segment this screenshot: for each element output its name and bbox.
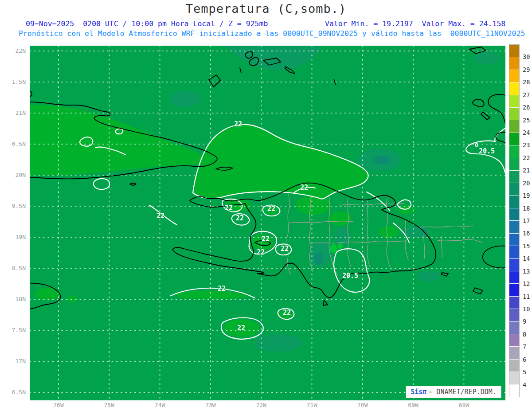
colorbar-tick-label: 29 — [523, 66, 530, 73]
lat-tick-label: 18N — [16, 296, 26, 302]
colorbar-block-5 — [509, 108, 519, 120]
colorbar-tick-label: 28 — [523, 78, 530, 86]
longitude-axis: 76W75W74W73W72W71W70W69W68W — [30, 402, 505, 411]
colorbar-block-12 — [509, 196, 519, 208]
page-title: Temperatura (C,somb.) — [0, 2, 532, 16]
pi-icon: π — [422, 388, 426, 396]
colorbar-tick-label: 22 — [523, 154, 530, 161]
colorbar-tick-label: 9 — [523, 318, 526, 325]
colorbar-tick-label: 7 — [523, 343, 526, 350]
lat-tick-label: 6.5N — [12, 389, 26, 395]
colorbar-tick-label: 6 — [523, 356, 526, 363]
lat-tick-label: 0.5N — [12, 141, 26, 147]
lon-tick-label: 69W — [408, 402, 418, 408]
colorbar-block-14 — [509, 221, 519, 233]
lat-tick-label: 19N — [16, 234, 26, 240]
colorbar-block-24 — [509, 347, 519, 359]
colorbar-tick-label: 25 — [523, 117, 530, 124]
colorbar-tick-label: 27 — [523, 91, 530, 98]
colorbar-tick-labels: 3029282726252423222120191817161514131211… — [523, 44, 532, 397]
lat-tick-label: 21N — [16, 110, 26, 116]
colorbar-block-7 — [509, 133, 519, 145]
colorbar-tick-label: 17 — [523, 217, 530, 224]
lon-tick-label: 76W — [53, 402, 63, 408]
colorbar-tick-label: 20 — [523, 180, 530, 187]
lon-tick-label: 71W — [307, 402, 317, 408]
lon-tick-label: 74W — [155, 402, 165, 408]
watermark-org: − ONAMET/REP.DOM. — [428, 388, 497, 396]
colorbar-block-19 — [509, 284, 519, 296]
colorbar-block-2 — [509, 70, 519, 82]
colorbar-tick-label: 30 — [523, 53, 530, 60]
colorbar-block-21 — [509, 309, 519, 321]
colorbar-block-25 — [509, 360, 519, 372]
colorbar-tick-label: 4 — [523, 381, 526, 388]
colorbar-tick-label: 24 — [523, 129, 530, 136]
colorbar-tick-label: 8 — [523, 331, 526, 338]
colorbar-tick-label: 19 — [523, 192, 530, 199]
colorbar-tick-label: 21 — [523, 167, 530, 174]
lat-tick-label: 7.5N — [12, 327, 26, 333]
lon-tick-label: 70W — [357, 402, 368, 408]
lat-tick-label: 8.5N — [12, 265, 26, 271]
colorbar-tick-label: 11 — [523, 293, 530, 300]
colorbar-block-11 — [509, 183, 519, 196]
colorbar-block-13 — [509, 208, 519, 221]
lat-tick-label: 20N — [16, 172, 26, 178]
colorbar-block-18 — [509, 271, 519, 284]
colorbar-tick-label: 26 — [523, 104, 530, 111]
colorbar-block-17 — [509, 259, 519, 271]
lon-tick-label: 68W — [459, 402, 469, 408]
colorbar-block-9 — [509, 158, 519, 171]
lat-tick-label: 22N — [16, 47, 26, 54]
colorbar-block-20 — [509, 297, 519, 309]
colorbar-block-10 — [509, 171, 519, 183]
colorbar-blocks — [509, 44, 520, 397]
lat-tick-label: 17N — [16, 358, 26, 364]
header-minmax: Valor Min. = 19.2197 Valor Max. = 24.158 — [325, 20, 505, 28]
colorbar-tick-label: 23 — [523, 141, 530, 149]
colorbar-block-4 — [509, 95, 519, 108]
colorbar-tick-label: 13 — [523, 268, 530, 275]
colorbar-block-8 — [509, 145, 519, 158]
colorbar-block-23 — [509, 334, 519, 347]
lon-tick-label: 72W — [256, 402, 266, 408]
colorbar-tick-label: 15 — [523, 243, 530, 250]
colorbar-tick-label: 16 — [523, 230, 530, 237]
lon-tick-label: 73W — [205, 402, 215, 408]
colorbar-block-15 — [509, 234, 519, 246]
colorbar-block-27 — [509, 385, 519, 397]
map-svg — [30, 46, 505, 400]
colorbar-block-6 — [509, 120, 519, 133]
header-forecast-info: Pronóstico con el Modelo Atmosferico WRF… — [19, 29, 525, 38]
colorbar-block-26 — [509, 372, 519, 384]
watermark-box: Sis π − ONAMET/REP.DOM. — [406, 386, 501, 398]
colorbar-tick-label: 18 — [523, 205, 530, 212]
colorbar-block-3 — [509, 82, 519, 95]
lat-tick-label: 1.5N — [12, 78, 26, 85]
colorbar-tick-label: 14 — [523, 255, 530, 262]
colorbar-tick-label: 12 — [523, 280, 530, 287]
map-canvas: 222220.52222222222222220.5222222 — [30, 46, 505, 400]
colorbar-block-0 — [509, 45, 519, 57]
header-datetime: 09−Nov−2025 0200 UTC / 10:00 pm Hora Loc… — [26, 20, 268, 28]
colorbar-tick-label: 10 — [523, 305, 530, 313]
colorbar-block-22 — [509, 322, 519, 334]
lat-tick-label: 9.5N — [12, 203, 26, 209]
latitude-axis: 22N1.5N21N0.5N20N9.5N19N8.5N18N7.5N17N6.… — [0, 46, 27, 400]
watermark-sis: Sis — [411, 388, 422, 396]
colorbar-block-16 — [509, 246, 519, 258]
colorbar-tick-label: 5 — [523, 368, 526, 376]
colorbar-block-1 — [509, 57, 519, 70]
lon-tick-label: 75W — [104, 402, 114, 408]
weather-map-page: Temperatura (C,somb.) 09−Nov−2025 0200 U… — [0, 0, 532, 411]
